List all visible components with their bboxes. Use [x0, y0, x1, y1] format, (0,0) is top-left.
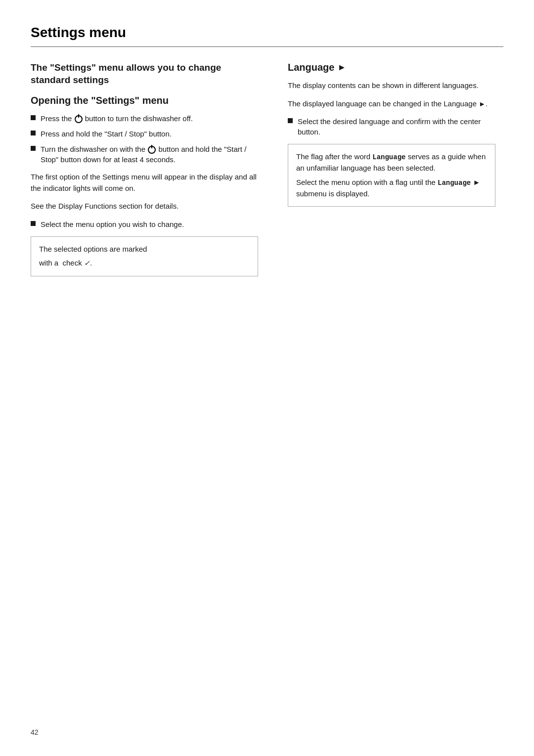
bullet-icon	[288, 118, 293, 123]
right-column: Language ► The display contents can be s…	[288, 62, 495, 276]
list-item-text: Turn the dishwasher on with the button a…	[41, 144, 258, 165]
list-item-text: Select the desired language and confirm …	[298, 116, 495, 137]
bullet-icon	[31, 221, 36, 226]
display-functions-para: See the Display Functions section for de…	[31, 201, 258, 212]
language-flag-info-box: The flag after the word Language serves …	[288, 144, 495, 207]
list-item: Select the menu option you wish to chang…	[31, 219, 258, 229]
info-box-flag-line1: The flag after the word Language serves …	[296, 151, 487, 174]
main-heading: The "Settings" menu allows you to change…	[31, 62, 258, 86]
list-item-text: Press and hold the "Start / Stop" button…	[41, 129, 172, 139]
opening-steps-list: Press the button to turn the dishwasher …	[31, 113, 258, 165]
language-flag-inline: ►	[479, 100, 486, 108]
select-menu-list: Select the menu option you wish to chang…	[31, 219, 258, 229]
language-bold-word-2: Language	[438, 179, 471, 187]
check-symbol: ✓	[84, 259, 90, 267]
bullet-icon	[31, 131, 36, 135]
selected-options-info-box: The selected options are marked with a c…	[31, 236, 258, 276]
page-title: Settings menu	[31, 25, 503, 41]
flag-symbol: ►	[473, 178, 480, 186]
main-content: The "Settings" menu allows you to change…	[31, 62, 503, 276]
flag-icon: ►	[337, 62, 346, 73]
info-box-line2: with a check ✓.	[39, 258, 250, 269]
bullet-icon	[31, 146, 36, 151]
left-column: The "Settings" menu allows you to change…	[31, 62, 258, 276]
page-number: 42	[31, 728, 39, 736]
info-box-flag-line2: Select the menu option with a flag until…	[296, 177, 487, 200]
displayed-language-para: The displayed language can be changed in…	[288, 98, 495, 110]
list-item-text: Press the button to turn the dishwasher …	[41, 113, 193, 124]
first-option-para: The first option of the Settings menu wi…	[31, 172, 258, 194]
list-item: Select the desired language and confirm …	[288, 116, 495, 137]
power-icon	[75, 115, 83, 123]
bullet-icon	[31, 115, 36, 120]
title-divider	[31, 46, 503, 47]
list-item: Turn the dishwasher on with the button a…	[31, 144, 258, 165]
language-bold-word: Language	[372, 153, 405, 161]
list-item-text: Select the menu option you wish to chang…	[41, 219, 184, 229]
list-item: Press the button to turn the dishwasher …	[31, 113, 258, 124]
display-contents-para: The display contents can be shown in dif…	[288, 80, 495, 91]
info-box-line1: The selected options are marked	[39, 244, 250, 255]
language-select-list: Select the desired language and confirm …	[288, 116, 495, 137]
list-item: Press and hold the "Start / Stop" button…	[31, 129, 258, 139]
language-heading: Language ►	[288, 62, 495, 73]
power-icon	[148, 146, 156, 154]
opening-settings-heading: Opening the "Settings" menu	[31, 95, 258, 106]
